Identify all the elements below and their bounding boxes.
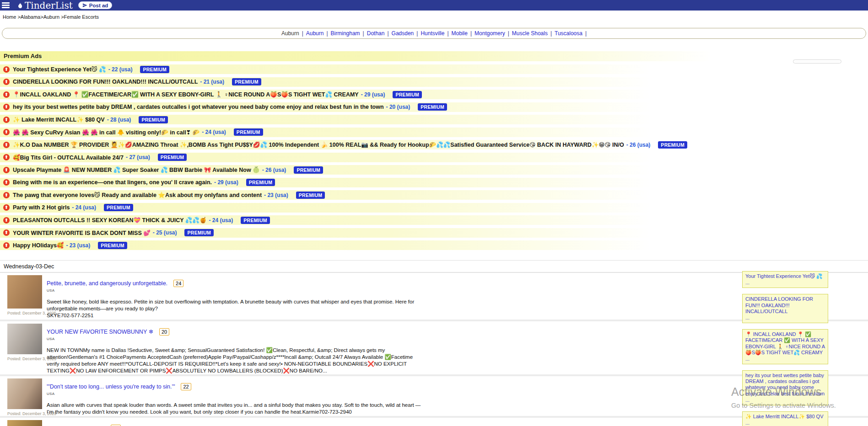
listing-location: USA	[47, 337, 421, 341]
premium-badge: PREMIUM	[104, 204, 133, 211]
listing-thumbnail[interactable]	[7, 324, 42, 354]
flame-icon	[16, 1, 24, 10]
premium-ad-age: - 26 (usa)	[262, 167, 286, 173]
premium-ad-row: YOUR WINTER FAVORITE IS BACK DONT MISS 💕…	[0, 228, 868, 238]
boost-arrow-icon	[3, 104, 10, 110]
listing-thumbnail[interactable]	[7, 275, 42, 309]
premium-ad-link[interactable]: 🥰Big Tits Girl - OUTCALL Available 24/7	[13, 154, 124, 161]
separator: |	[302, 30, 303, 37]
premium-ad-link[interactable]: ✨ Lake Merritt INCALL✨ $80 QV	[13, 116, 105, 123]
posted-date: Posted: December 3, 2025	[7, 357, 42, 361]
post-ad-button[interactable]: Post ad	[78, 1, 113, 9]
listing-location: USA	[47, 392, 421, 396]
premium-ad-link[interactable]: Party with 2 Hot girls	[13, 204, 70, 211]
boost-arrow-icon	[3, 142, 10, 148]
premium-ad-link[interactable]: Your Tightest Experience Yet😼 💦	[13, 66, 106, 73]
date-header: Wednesday-03-Dec	[0, 261, 868, 273]
scroll-pill[interactable]	[793, 59, 841, 64]
premium-badge: PREMIUM	[393, 91, 422, 98]
top-bar: TinderList Post ad	[0, 0, 868, 11]
city-link-birmingham[interactable]: Birmingham	[331, 30, 360, 37]
boost-arrow-icon	[3, 229, 10, 236]
premium-ad-link[interactable]: PLEASANTON OUTCALLS !! SEXY KOREAN💝 THIC…	[13, 217, 207, 224]
sidebar-card-ellipsis: ...	[745, 420, 825, 426]
sidebar-card[interactable]: 📍 INCALL OAKLAND 📍 ✅ FACETIME/CAR ✅ WITH…	[742, 329, 828, 364]
premium-ad-age: - 23 (usa)	[264, 192, 288, 198]
menu-icon[interactable]	[2, 1, 10, 9]
city-link-muscle-shoals[interactable]: Muscle Shoals	[512, 30, 548, 37]
posted-date: Posted: December 3, 2025	[7, 411, 42, 416]
premium-ad-age: - 24 (usa)	[202, 129, 226, 135]
premium-badge: PREMIUM	[296, 192, 325, 199]
listing-description-text: NEW IN TOWNMy name is Dallas !Seductive,…	[47, 347, 413, 374]
premium-ad-link[interactable]: Happy HOlidays🥰	[13, 242, 64, 249]
premium-ad-row: PLEASANTON OUTCALLS !! SEXY KOREAN💝 THIC…	[0, 215, 868, 225]
sidebar-card-title[interactable]: hey its your best wettes petite baby DRE…	[745, 373, 825, 397]
sidebar-card[interactable]: hey its your best wettes petite baby DRE…	[742, 370, 828, 405]
listing-title-link[interactable]: "'Don't stare too long... unless you're …	[47, 383, 175, 390]
premium-ad-link[interactable]: hey its your best wettes petite baby DRE…	[13, 104, 384, 110]
boost-arrow-icon	[3, 179, 10, 186]
boost-arrow-icon	[3, 79, 10, 85]
listing-item: A lady for all occasions 38 USA	[0, 416, 868, 426]
premium-badge: PREMIUM	[184, 229, 214, 236]
listing-thumb-column	[7, 420, 42, 426]
site-logo[interactable]: TinderList	[16, 1, 73, 10]
sidebar-card[interactable]: Your Tightest Experience Yet😼 💦 ...	[742, 271, 828, 288]
separator: |	[585, 30, 587, 37]
listing-description-text: Asian allure with curves that speak loud…	[47, 402, 421, 415]
boost-arrow-icon	[3, 154, 10, 160]
premium-ad-age: - 21 (usa)	[200, 79, 224, 85]
sidebar-card-title[interactable]: 📍 INCALL OAKLAND 📍 ✅ FACETIME/CAR ✅ WITH…	[745, 331, 825, 356]
premium-ad-link[interactable]: 🌺 🌺 Sexy CuRvy Asian 🌺 🌺 in call 🐥 visit…	[13, 129, 199, 136]
listing-title-link[interactable]: Petite, brunette, and dangerously unforg…	[47, 280, 167, 287]
premium-ad-link[interactable]: Upscale Playmate 🚨 NEW NUMBER 💦 Super So…	[13, 166, 260, 173]
city-link-gadsden[interactable]: Gadsden	[392, 30, 414, 37]
separator: |	[550, 30, 552, 37]
city-link-huntsville[interactable]: Huntsville	[421, 30, 444, 37]
premium-ad-row: Happy HOlidays🥰 - 23 (usa) PREMIUM	[0, 240, 868, 250]
listing-content: Petite, brunette, and dangerously unforg…	[47, 275, 421, 320]
sidebar-card[interactable]: CINDERELLA LOOKING FOR FUN!!! OAKLAND!!!…	[742, 294, 828, 323]
premium-ad-link[interactable]: The pawg that everyone loves😼 Ready and …	[13, 192, 262, 198]
sidebar-card-title[interactable]: ✨ Lake Merritt INCALL✨ $80 QV	[745, 414, 825, 420]
city-nav-bar: Auburn | Auburn | Birmingham | Dothan | …	[2, 28, 866, 39]
premium-ad-age: - 20 (usa)	[386, 104, 410, 110]
premium-badge: PREMIUM	[139, 116, 168, 123]
premium-ad-link[interactable]: ✨K.O Daa NUMBER 🏆 PROVIDER 💆✨💋AMAZING Th…	[13, 141, 624, 148]
separator: |	[470, 30, 472, 37]
age-badge: 24	[173, 280, 183, 287]
premium-ad-age: - 26 (usa)	[626, 142, 651, 148]
listing-thumbnail[interactable]	[7, 420, 42, 426]
premium-ads-heading: Premium Ads	[0, 51, 868, 61]
listing-content: "'Don't stare too long... unless you're …	[47, 378, 421, 416]
premium-ad-link[interactable]: CINDERELLA LOOKING FOR FUN!!! OAKLAND!!!…	[13, 79, 198, 85]
separator: |	[363, 30, 364, 37]
sidebar-card-title[interactable]: Your Tightest Experience Yet😼 💦	[745, 273, 825, 279]
city-link-dothan[interactable]: Dothan	[367, 30, 385, 37]
listing-thumbnail[interactable]	[7, 378, 42, 409]
premium-ad-row: ✨ Lake Merritt INCALL✨ $80 QV - 28 (usa)…	[0, 115, 868, 124]
city-link-mobile[interactable]: Mobile	[452, 30, 468, 37]
boost-arrow-icon	[3, 117, 10, 123]
listing-title-link[interactable]: YOUR NEW FAVORITE SNOWBUNNY ❄	[47, 328, 153, 335]
premium-ad-row: CINDERELLA LOOKING FOR FUN!!! OAKLAND!!!…	[0, 77, 868, 87]
breadcrumb[interactable]: Home >Alabama>Auburn >Female Escorts	[0, 11, 868, 21]
city-link-tuscaloosa[interactable]: Tuscaloosa	[555, 30, 582, 37]
premium-ad-row: ✨K.O Daa NUMBER 🏆 PROVIDER 💆✨💋AMAZING Th…	[0, 140, 868, 149]
listing-thumb-column: Posted: December 3, 2025	[7, 324, 42, 375]
premium-ad-link[interactable]: YOUR WINTER FAVORITE IS BACK DONT MISS 💕	[13, 229, 151, 236]
premium-badge: PREMIUM	[241, 217, 270, 224]
premium-badge: PREMIUM	[234, 128, 263, 136]
premium-ad-age: - 24 (usa)	[209, 217, 233, 224]
city-link-auburn[interactable]: Auburn	[306, 30, 324, 37]
premium-ad-link[interactable]: 📍INCALL OAKLAND 📍 ✅FACETIME/CAR✅ WITH A …	[13, 91, 359, 98]
premium-ad-link[interactable]: Being with me is an experience—one that …	[13, 179, 212, 186]
page: TinderList Post ad Home >Alabama>Auburn …	[0, 0, 868, 426]
boost-arrow-icon	[3, 192, 10, 198]
sidebar-card-title[interactable]: CINDERELLA LOOKING FOR FUN!!! OAKLAND!!!…	[745, 296, 825, 314]
sidebar-card[interactable]: ✨ Lake Merritt INCALL✨ $80 QV ...	[742, 411, 828, 426]
city-link-montgomery[interactable]: Montgomery	[474, 30, 505, 37]
posted-date: Posted: December 3, 2025	[7, 311, 42, 315]
boost-arrow-icon	[3, 66, 10, 73]
